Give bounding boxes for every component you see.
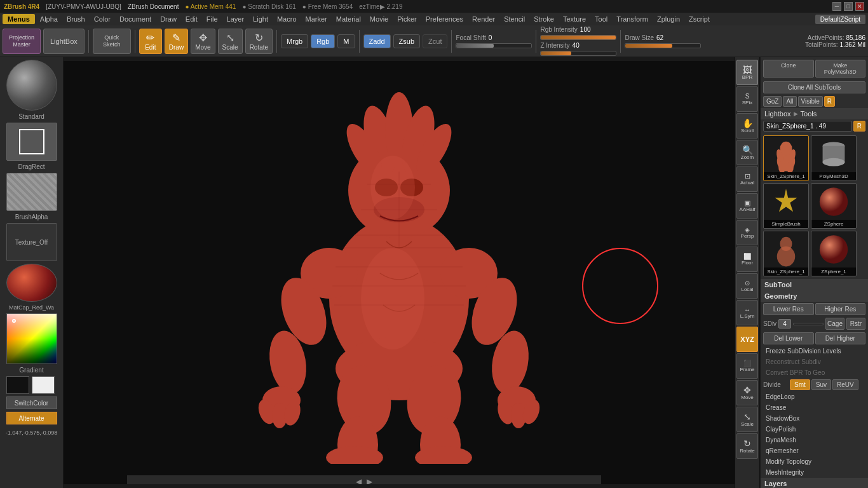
goz-button[interactable]: GoZ bbox=[763, 96, 782, 107]
menu-render[interactable]: Render bbox=[468, 14, 499, 24]
projection-master-button[interactable]: ProjectionMaster bbox=[3, 29, 41, 54]
draw-size-slider[interactable] bbox=[625, 43, 701, 48]
move-button[interactable]: ✥ Move bbox=[191, 29, 215, 54]
bpr-button[interactable]: 🖼 BPR bbox=[736, 60, 758, 85]
focal-shift-slider[interactable] bbox=[456, 43, 532, 48]
subtool-skin-zsphere-2[interactable]: Skin_ZSphere_1 bbox=[763, 231, 809, 276]
shadowbox-item[interactable]: ShadowBox bbox=[761, 413, 868, 424]
menu-draw[interactable]: Draw bbox=[156, 14, 180, 24]
canvas-area[interactable]: ◀ ▶ bbox=[64, 57, 735, 488]
floor-button[interactable]: ⬜ Floor bbox=[736, 247, 758, 272]
menu-transform[interactable]: Transform bbox=[613, 14, 652, 24]
menu-brush[interactable]: Brush bbox=[63, 14, 89, 24]
persp-button[interactable]: ◈ Persp bbox=[736, 220, 758, 245]
qremesher-item[interactable]: qRemesher bbox=[761, 445, 868, 456]
white-swatch[interactable] bbox=[32, 376, 55, 394]
subtool-zsphere[interactable]: ZSphere bbox=[811, 183, 857, 229]
close-button[interactable]: ✕ bbox=[855, 2, 864, 11]
scale-rt-button[interactable]: ⤡ Scale bbox=[736, 407, 758, 432]
menu-alpha[interactable]: Alpha bbox=[36, 14, 62, 24]
zadd-button[interactable]: Zadd bbox=[363, 34, 391, 48]
claypolish-item[interactable]: ClayPolish bbox=[761, 424, 868, 435]
menu-tool[interactable]: Tool bbox=[591, 14, 611, 24]
brush-alpha-preview[interactable] bbox=[6, 173, 57, 211]
layers-section-header[interactable]: Layers bbox=[761, 478, 868, 488]
scroll-button[interactable]: ✋ Scroll bbox=[736, 113, 758, 139]
all-button[interactable]: All bbox=[783, 96, 796, 107]
mrgb-button[interactable]: Mrgb bbox=[281, 34, 308, 48]
subtool-skin-zsphere-1[interactable]: Skin_ZSphere_1 bbox=[763, 135, 809, 181]
edit-button[interactable]: ✏ Edit bbox=[139, 29, 162, 54]
minimize-button[interactable]: ─ bbox=[832, 2, 841, 11]
matcap-preview[interactable] bbox=[6, 264, 57, 302]
quick-sketch-button[interactable]: QuickSketch bbox=[93, 29, 131, 54]
menu-marker[interactable]: Marker bbox=[302, 14, 331, 24]
clone-all-subtools-button[interactable]: Clone All SubTools bbox=[763, 81, 865, 93]
lightbox-tools-header[interactable]: Lightbox ▶ Tools bbox=[761, 108, 868, 119]
zsub-button[interactable]: Zsub bbox=[393, 34, 420, 48]
maximize-button[interactable]: □ bbox=[844, 2, 853, 11]
rotate-rt-button[interactable]: ↻ Rotate bbox=[736, 433, 758, 459]
menu-layer[interactable]: Layer bbox=[223, 14, 248, 24]
menu-macro[interactable]: Macro bbox=[273, 14, 301, 24]
z-intensity-slider[interactable] bbox=[540, 51, 616, 56]
subtool-section-header[interactable]: SubTool bbox=[761, 279, 868, 290]
reuv-button[interactable]: ReUV bbox=[832, 379, 858, 390]
frame-button[interactable]: ⬛ Frame bbox=[736, 353, 758, 379]
cage-button[interactable]: Cage bbox=[825, 318, 844, 330]
modify-topology-item[interactable]: Modify Topology bbox=[761, 456, 868, 467]
lsym-button[interactable]: ↔ L.Sym bbox=[736, 300, 758, 325]
menu-document[interactable]: Document bbox=[116, 14, 155, 24]
brush-preview[interactable] bbox=[6, 60, 57, 111]
local-button[interactable]: ⊙ Local bbox=[736, 273, 758, 299]
higher-res-button[interactable]: Higher Res bbox=[815, 303, 866, 315]
actual-button[interactable]: ⊡ Actual bbox=[736, 166, 758, 192]
menu-color[interactable]: Color bbox=[90, 14, 114, 24]
menu-preferences[interactable]: Preferences bbox=[422, 14, 467, 24]
alternate-button[interactable]: Alternate bbox=[6, 412, 57, 424]
lightbox-button[interactable]: LightBox bbox=[43, 29, 85, 54]
smt-button[interactable]: Smt bbox=[790, 379, 810, 390]
menu-zscript[interactable]: Zscript bbox=[685, 14, 714, 24]
crease-item[interactable]: Crease bbox=[761, 402, 868, 413]
sdiv-bar[interactable] bbox=[793, 323, 824, 325]
menus-button[interactable]: Menus bbox=[3, 14, 35, 24]
rstr-button[interactable]: Rstr bbox=[846, 318, 865, 330]
del-higher-button[interactable]: Del Higher bbox=[815, 332, 866, 344]
edgeloop-item[interactable]: EdgeLoop bbox=[761, 391, 868, 402]
subtool-simplebrush[interactable]: SimpleBrush bbox=[763, 183, 809, 229]
spix-button[interactable]: S SPix bbox=[736, 86, 758, 112]
draw-button[interactable]: ✎ Draw bbox=[165, 29, 188, 54]
color-picker[interactable] bbox=[6, 313, 57, 364]
del-lower-button[interactable]: Del Lower bbox=[763, 332, 814, 344]
texture-preview[interactable]: Texture_Off bbox=[6, 223, 57, 261]
geometry-section-header[interactable]: Geometry bbox=[761, 290, 868, 302]
visible-button[interactable]: Visible bbox=[798, 96, 823, 107]
alpha-preview[interactable] bbox=[6, 123, 57, 161]
subtool-zsphere-1[interactable]: ZSphere_1 bbox=[811, 231, 857, 276]
menu-file[interactable]: File bbox=[203, 14, 222, 24]
menu-stroke[interactable]: Stroke bbox=[530, 14, 558, 24]
move-rt-button[interactable]: ✥ Move bbox=[736, 380, 758, 405]
xyz-button[interactable]: XYZ bbox=[736, 327, 758, 352]
menu-material[interactable]: Material bbox=[332, 14, 365, 24]
lower-res-button[interactable]: Lower Res bbox=[763, 303, 814, 315]
rgb-button[interactable]: Rgb bbox=[311, 34, 335, 48]
meshintegrity-item[interactable]: MeshIntegrity bbox=[761, 467, 868, 478]
dynamesh-item[interactable]: DynaMesh bbox=[761, 435, 868, 445]
make-polymesh3d-button[interactable]: Make PolyMesh3D bbox=[815, 60, 866, 78]
defaultzscript-btn[interactable]: DefaultZScript bbox=[815, 15, 865, 24]
freeze-subdiv-item[interactable]: Freeze SubDivision Levels bbox=[761, 346, 868, 356]
menu-picker[interactable]: Picker bbox=[393, 14, 421, 24]
scale-button[interactable]: ⤡ Scale bbox=[218, 29, 243, 54]
menu-texture[interactable]: Texture bbox=[559, 14, 590, 24]
switch-color-button[interactable]: SwitchColor bbox=[6, 396, 57, 409]
subtool-polymesh3d[interactable]: PolyMesh3D bbox=[811, 135, 857, 181]
rotate-button[interactable]: ↻ Rotate bbox=[245, 29, 273, 54]
zcut-button[interactable]: Zcut bbox=[423, 34, 447, 48]
clone-button[interactable]: Clone bbox=[763, 60, 814, 78]
menu-edit[interactable]: Edit bbox=[182, 14, 201, 24]
skin-name-display[interactable]: Skin_ZSphere_1 . 49 bbox=[763, 121, 852, 132]
rgb-intensity-slider[interactable] bbox=[540, 35, 616, 40]
menu-zplugin[interactable]: Zplugin bbox=[653, 14, 684, 24]
